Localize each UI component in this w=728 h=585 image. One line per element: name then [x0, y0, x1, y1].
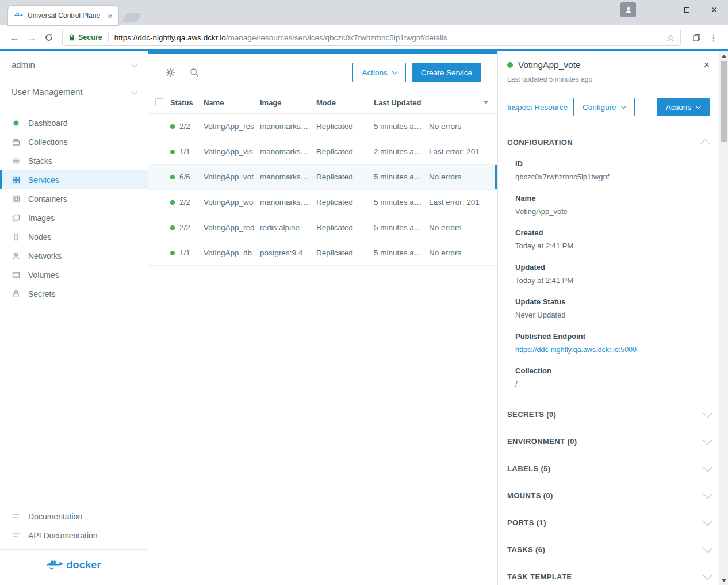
sidebar-footer: Documentation API Documentation docker	[0, 502, 148, 585]
table-row-selected[interactable]: 6/6 VotingApp_vot manomarks… Replicated …	[148, 165, 497, 190]
column-header-mode[interactable]: Mode	[316, 98, 374, 107]
forward-icon[interactable]: →	[23, 32, 40, 44]
section-secrets[interactable]: SECRETS (0)	[507, 401, 710, 428]
sidebar-item-nodes[interactable]: Nodes	[0, 227, 148, 246]
service-updated: 5 minutes a…	[374, 248, 429, 257]
secrets-icon	[12, 289, 21, 299]
tab-overview-icon[interactable]	[688, 33, 705, 43]
sidebar-item-label: Containers	[28, 194, 67, 204]
column-header-last-updated[interactable]: Last Updated	[374, 98, 429, 107]
user-management-dropdown[interactable]: User Management	[0, 78, 148, 105]
sidebar-item-services[interactable]: Services	[0, 170, 148, 189]
sort-caret-icon[interactable]	[484, 101, 488, 104]
close-button[interactable]: ×	[700, 1, 728, 19]
status-count: 2/2	[179, 198, 190, 207]
column-header-status[interactable]: Status	[170, 98, 204, 107]
minimize-button[interactable]	[645, 1, 673, 19]
detail-panel-header: VotingApp_vote × Last updated 5 minutes …	[498, 51, 719, 91]
sidebar-item-label: Dashboard	[28, 118, 68, 128]
section-labels[interactable]: LABELS (5)	[507, 455, 710, 482]
table-row[interactable]: 1/1 VotingApp_vis manomarks… Replicated …	[148, 139, 497, 165]
back-icon[interactable]: ←	[6, 32, 23, 44]
published-endpoint-link[interactable]: https://ddc-nightly.qa.aws.dckr.io:5000	[515, 346, 637, 354]
section-tasks[interactable]: TASKS (6)	[507, 536, 710, 563]
browser-tab[interactable]: Universal Control Plane ×	[8, 6, 118, 25]
close-icon[interactable]: ×	[704, 60, 710, 70]
scrollbar-thumb[interactable]	[721, 61, 727, 142]
field-label: Update Status	[515, 297, 710, 306]
section-ports[interactable]: PORTS (1)	[507, 509, 710, 536]
service-errors: No errors	[429, 223, 497, 232]
panel-actions-dropdown-button[interactable]: Actions	[657, 98, 710, 116]
docker-wordmark: docker	[66, 559, 101, 571]
configure-dropdown-button[interactable]: Configure	[573, 98, 635, 116]
create-service-button[interactable]: Create Service	[412, 63, 481, 82]
tab-close-icon[interactable]: ×	[108, 12, 113, 20]
status-dot	[170, 175, 175, 179]
sidebar-item-label: Networks	[28, 251, 62, 261]
sidebar-item-label: Collections	[28, 137, 67, 147]
section-label: ENVIRONMENT (0)	[507, 437, 577, 446]
search-icon[interactable]	[189, 67, 200, 78]
sidebar-item-label: Volumes	[28, 270, 59, 280]
profile-button[interactable]	[620, 2, 636, 17]
bookmark-star-icon[interactable]: ☆	[666, 32, 675, 43]
page-scrollbar[interactable]	[719, 51, 728, 585]
sidebar-item-documentation[interactable]: Documentation	[0, 507, 148, 526]
sidebar-item-secrets[interactable]: Secrets	[0, 284, 148, 303]
scrollbar-down-arrow[interactable]	[719, 576, 728, 585]
column-header-name[interactable]: Name	[204, 98, 260, 107]
service-name: VotingApp_db	[204, 248, 260, 257]
sidebar-item-label: Documentation	[28, 512, 82, 521]
section-mounts[interactable]: MOUNTS (0)	[507, 482, 710, 509]
sidebar-item-stacks[interactable]: Stacks	[0, 151, 148, 170]
settings-gear-icon[interactable]	[164, 67, 176, 78]
table-row[interactable]: 1/1 VotingApp_db postgres:9.4 Replicated…	[148, 240, 497, 266]
field-published-endpoint: Published Endpoint https://ddc-nightly.q…	[515, 332, 710, 354]
reload-icon[interactable]	[40, 33, 58, 42]
sidebar-item-images[interactable]: Images	[0, 208, 148, 227]
field-label: Updated	[515, 263, 710, 272]
collections-icon	[12, 137, 21, 147]
scrollbar-up-arrow[interactable]	[719, 51, 728, 60]
sidebar-item-collections[interactable]: Collections	[0, 132, 148, 151]
sidebar-nav: Dashboard Collections Stacks Services Co…	[0, 105, 148, 303]
last-updated-text: Last updated 5 minutes ago	[507, 75, 710, 83]
field-update-status: Update Status Never Updated	[515, 297, 710, 319]
person-icon	[624, 6, 633, 14]
service-mode: Replicated	[316, 198, 374, 207]
maximize-button[interactable]	[673, 1, 700, 19]
service-updated: 5 minutes a…	[374, 173, 429, 181]
select-all-checkbox[interactable]	[155, 98, 163, 106]
service-mode: Replicated	[316, 248, 374, 257]
sidebar-item-networks[interactable]: Networks	[0, 246, 148, 265]
sidebar-item-volumes[interactable]: Volumes	[0, 265, 148, 284]
section-configuration[interactable]: CONFIGURATION	[507, 138, 710, 147]
new-tab-button[interactable]	[122, 13, 141, 22]
section-environment[interactable]: ENVIRONMENT (0)	[507, 428, 710, 455]
inspect-resource-link[interactable]: Inspect Resource	[507, 103, 568, 112]
table-row[interactable]: 2/2 VotingApp_red redis:alpine Replicate…	[148, 215, 497, 240]
actions-dropdown-button[interactable]: Actions	[352, 63, 405, 82]
sidebar-item-containers[interactable]: Containers	[0, 189, 148, 208]
section-task-template[interactable]: TASK TEMPLATE	[507, 563, 710, 585]
collapsed-sections: SECRETS (0) ENVIRONMENT (0) LABELS (5) M…	[507, 401, 710, 585]
chevron-down-icon	[703, 409, 712, 418]
account-dropdown[interactable]: admin	[0, 51, 148, 78]
address-bar[interactable]: Secure https://ddc-nightly.qa.aws.dckr.i…	[62, 29, 681, 46]
status-count: 2/2	[179, 122, 190, 131]
table-row[interactable]: 2/2 VotingApp_res manomarks… Replicated …	[148, 114, 497, 139]
browser-menu-icon[interactable]: ⋮	[705, 32, 722, 43]
service-errors: No errors	[429, 248, 497, 257]
field-label: Collection	[515, 366, 710, 375]
sidebar-item-api-documentation[interactable]: API Documentation	[0, 526, 148, 545]
section-label: CONFIGURATION	[507, 138, 573, 147]
chevron-down-icon	[392, 68, 397, 74]
chevron-down-icon	[131, 87, 139, 94]
table-row[interactable]: 2/2 VotingApp_wo manomarks… Replicated 5…	[148, 190, 497, 215]
sidebar-item-dashboard[interactable]: Dashboard	[0, 113, 148, 132]
chevron-down-icon	[696, 103, 702, 109]
service-mode: Replicated	[316, 173, 374, 181]
column-header-image[interactable]: Image	[260, 98, 316, 107]
list-toolbar: Actions Create Service	[148, 54, 497, 91]
